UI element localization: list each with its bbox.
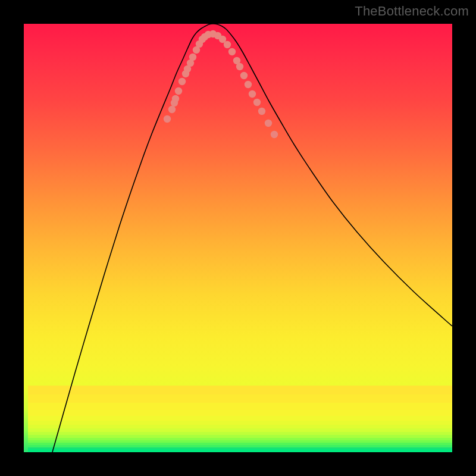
marker-dot: [258, 108, 265, 115]
marker-dot: [175, 87, 182, 95]
marker-dot: [249, 90, 256, 98]
watermark-text: TheBottleneck.com: [355, 4, 469, 19]
marker-dot: [253, 99, 261, 106]
marker-dot: [178, 78, 186, 85]
plot-area: [24, 24, 452, 452]
marker-dot: [245, 81, 252, 88]
marker-dot: [168, 106, 176, 113]
marker-dot: [189, 54, 196, 61]
marker-dot: [224, 41, 231, 48]
marker-dot: [172, 95, 179, 102]
marker-dot: [271, 131, 278, 138]
marker-dot: [228, 48, 236, 55]
marker-dot: [164, 115, 171, 123]
bottleneck-curve: [52, 24, 452, 452]
marker-dot: [236, 63, 243, 70]
chart-svg: [24, 24, 452, 452]
marker-dot: [265, 120, 272, 127]
marker-dot: [240, 72, 248, 79]
marker-dots: [164, 30, 278, 138]
